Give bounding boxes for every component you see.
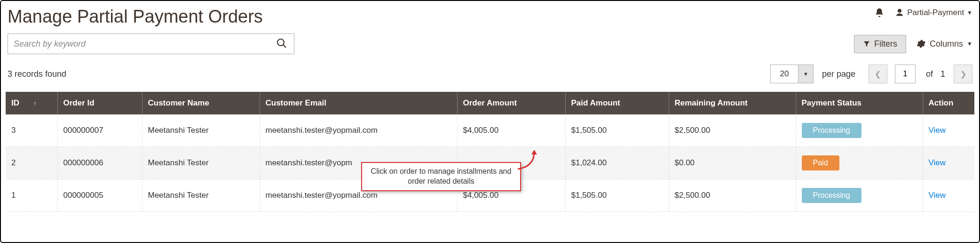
total-pages-label: 1 [940,69,945,79]
col-header-id[interactable]: ID↑ [6,92,57,114]
notifications-icon[interactable] [874,8,885,18]
filters-button[interactable]: Filters [854,35,906,53]
cell-id: 1 [6,179,57,212]
pager-next-button[interactable]: ❯ [954,65,972,83]
search-icon [276,43,287,50]
cell-remaining-amount: $2,500.00 [669,114,796,147]
annotation-callout: Click on order to manage installments an… [361,162,521,191]
cell-payment-status: Processing [796,114,923,147]
caret-down-icon: ▼ [967,9,972,16]
cell-order-id: 000000006 [57,147,142,179]
per-page-label: per page [822,69,855,79]
cell-customer-name: Meetanshi Tester [142,147,260,179]
cell-paid-amount: $1,505.00 [565,179,669,212]
page-size-value: 20 [771,65,798,83]
annotation-arrow-icon [515,148,539,173]
col-header-customer-name[interactable]: Customer Name [142,92,260,114]
account-switcher[interactable]: Partial-Payment ▼ [895,8,972,17]
of-label: of [926,69,933,79]
cell-customer-name: Meetanshi Tester [142,114,260,147]
page-number-input[interactable] [895,65,916,83]
status-badge: Processing [802,123,861,138]
col-header-remaining-amount[interactable]: Remaining Amount [669,92,796,114]
col-header-paid-amount[interactable]: Paid Amount [565,92,669,114]
search-button[interactable] [274,36,289,52]
view-link[interactable]: View [929,158,946,167]
columns-label: Columns [930,39,963,49]
pager-prev-button[interactable]: ❮ [869,65,887,83]
chevron-right-icon: ❯ [960,70,966,79]
page-title: Manage Partial Payment Orders [8,7,263,27]
cell-id: 2 [6,147,57,179]
records-found-label: 3 records found [8,69,66,79]
cell-payment-status: Paid [796,147,923,179]
cell-action: View [923,179,974,212]
cell-id: 3 [6,114,57,147]
col-header-customer-email[interactable]: Customer Email [260,92,457,114]
cell-action: View [923,147,974,179]
sort-asc-icon: ↑ [33,100,37,107]
user-icon [895,8,904,17]
cell-order-id: 000000007 [57,114,142,147]
status-badge: Paid [802,155,839,170]
cell-payment-status: Processing [796,179,923,212]
orders-grid: ID↑ Order Id Customer Name Customer Emai… [6,92,974,212]
caret-down-icon: ▼ [967,40,972,47]
caret-down-icon: ▼ [798,65,813,83]
search-input[interactable] [14,39,274,49]
cell-action: View [923,114,974,147]
cell-paid-amount: $1,505.00 [565,114,669,147]
cell-customer-email: meetanshi.tester@yopmail.com [260,114,457,147]
view-link[interactable]: View [929,191,946,200]
gear-icon [917,39,926,49]
cell-order-id: 000000005 [57,179,142,212]
svg-line-1 [283,45,286,48]
col-header-payment-status[interactable]: Payment Status [796,92,923,114]
view-link[interactable]: View [929,126,946,135]
funnel-icon [863,40,870,48]
col-header-order-id[interactable]: Order Id [57,92,142,114]
account-label: Partial-Payment [907,8,964,17]
cell-remaining-amount: $0.00 [669,147,796,179]
cell-order-amount: $4,005.00 [457,114,565,147]
col-header-action[interactable]: Action [923,92,974,114]
cell-customer-name: Meetanshi Tester [142,179,260,212]
page-size-select[interactable]: 20 ▼ [770,65,814,83]
search-container [8,33,294,54]
chevron-left-icon: ❮ [875,70,881,79]
table-row[interactable]: 3000000007Meetanshi Testermeetanshi.test… [6,114,974,147]
cell-paid-amount: $1,024.00 [565,147,669,179]
columns-button[interactable]: Columns ▼ [917,39,972,49]
annotation-text: Click on order to manage installments an… [361,162,521,191]
filters-label: Filters [874,39,897,49]
svg-point-0 [277,39,284,46]
status-badge: Processing [802,188,861,203]
cell-remaining-amount: $2,500.00 [669,179,796,212]
col-header-order-amount[interactable]: Order Amount [457,92,565,114]
